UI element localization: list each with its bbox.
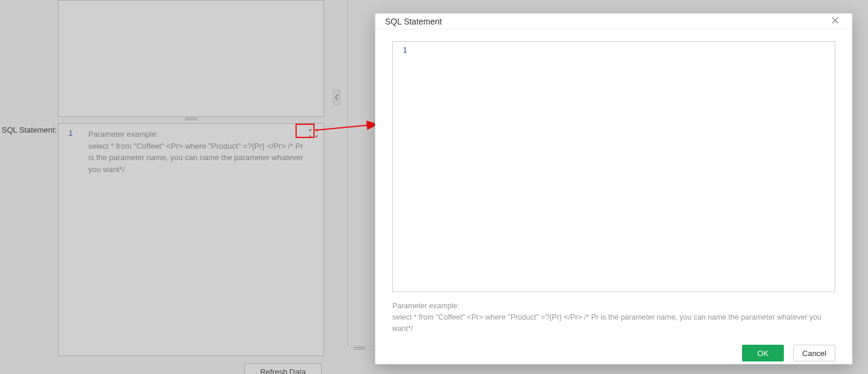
splitter-handle-right[interactable] <box>347 347 371 350</box>
panel-collapse-toggle[interactable] <box>333 90 340 105</box>
dialog-title: SQL Statement <box>385 17 442 26</box>
expand-icon <box>309 129 318 139</box>
sql-statement-dialog: SQL Statement 1 Parameter example: selec… <box>375 13 852 364</box>
viewport: SQL Statement: 1 Parameter example: sele… <box>0 0 868 374</box>
editor-gutter: 1 <box>59 124 78 355</box>
placeholder-line: Parameter example: <box>88 130 158 139</box>
splitter-handle-upper[interactable] <box>58 117 324 121</box>
dialog-body: 1 Parameter example: select * from "Coff… <box>375 29 852 342</box>
parameter-hint: Parameter example: select * from "Coffee… <box>392 301 835 334</box>
editor-placeholder: Parameter example: select * from "Coffee… <box>88 128 303 175</box>
dialog-header: SQL Statement <box>375 14 852 29</box>
cancel-label: Cancel <box>802 349 826 358</box>
right-panel-edge <box>347 0 371 347</box>
dialog-sql-editor[interactable]: 1 <box>392 41 835 292</box>
placeholder-line: select * from "Coffeet" <Pr> where "Prod… <box>88 142 303 174</box>
sql-editor[interactable]: 1 Parameter example: select * from "Coff… <box>58 123 324 356</box>
line-number: 1 <box>59 124 78 137</box>
hint-line: select * from "Coffeet" <Pr> where "Prod… <box>392 313 821 333</box>
close-button[interactable] <box>828 14 842 29</box>
close-icon <box>832 17 839 26</box>
sql-statement-label: SQL Statement: <box>2 125 57 134</box>
hint-line: Parameter example: <box>392 302 460 310</box>
refresh-data-button[interactable]: Refresh Data <box>244 363 322 374</box>
editor-gutter: 1 <box>393 42 411 292</box>
cancel-button[interactable]: Cancel <box>793 345 835 361</box>
ok-label: OK <box>758 349 769 358</box>
line-number: 1 <box>393 42 411 54</box>
upper-panel <box>58 0 324 117</box>
dialog-footer: OK Cancel <box>375 342 852 364</box>
refresh-label: Refresh Data <box>260 367 306 375</box>
ok-button[interactable]: OK <box>742 345 784 361</box>
expand-editor-button[interactable] <box>307 127 320 140</box>
